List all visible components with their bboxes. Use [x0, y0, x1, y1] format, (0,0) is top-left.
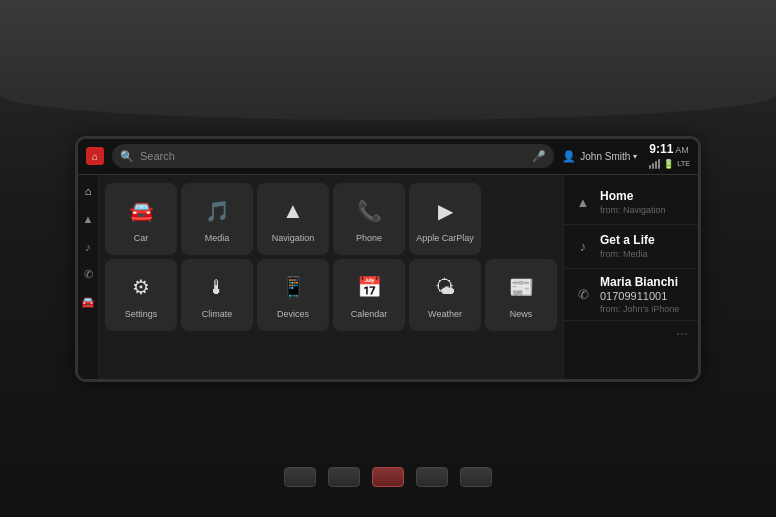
app-settings[interactable]: ⚙ Settings	[105, 259, 177, 331]
car-dashboard: ⌂ 🔍 Search 🎤 👤 John Smith ▾ 9:11 AM	[0, 0, 776, 517]
home-icon: ⌂	[92, 151, 98, 162]
navigation-map-icon: ▲	[275, 193, 311, 229]
panel-phone-content: Maria Bianchi 01709911001 from: John's i…	[600, 275, 688, 314]
climate-icon: 🌡	[199, 269, 235, 305]
app-settings-label: Settings	[125, 309, 158, 320]
panel-music-icon: ♪	[574, 237, 592, 255]
calendar-icon: 📅	[351, 269, 387, 305]
search-icon: 🔍	[120, 150, 134, 163]
sidebar-home-icon[interactable]: ⌂	[78, 181, 98, 201]
app-carplay-label: Apple CarPlay	[416, 233, 474, 244]
am-pm-display: AM	[675, 145, 689, 156]
app-media-label: Media	[205, 233, 230, 244]
app-navigation[interactable]: ▲ Navigation	[257, 183, 329, 255]
panel-get-a-life-title: Get a Life	[600, 233, 688, 247]
battery-icon: 🔋	[663, 159, 674, 170]
left-sidebar: ⌂ ▲ ♪ ✆ 🚘	[78, 175, 99, 379]
physical-controls	[284, 467, 492, 487]
app-row-2: ⚙ Settings 🌡 Climate 📱 Devices 📅	[105, 259, 557, 331]
app-news[interactable]: 📰 News	[485, 259, 557, 331]
app-calendar-label: Calendar	[351, 309, 388, 320]
app-devices[interactable]: 📱 Devices	[257, 259, 329, 331]
panel-more-button[interactable]: ···	[564, 321, 698, 345]
sidebar-navigation-icon[interactable]: ▲	[78, 209, 98, 229]
time-display: 9:11	[649, 142, 673, 156]
app-devices-label: Devices	[277, 309, 309, 320]
hazard-button[interactable]	[372, 467, 404, 487]
clock-block: 9:11 AM 🔋 LTE	[649, 142, 690, 169]
media-icon: 🎵	[199, 193, 235, 229]
search-placeholder: Search	[140, 150, 532, 162]
signal-bar-1	[649, 165, 651, 169]
sidebar-car-icon[interactable]: 🚘	[78, 293, 98, 313]
control-button-4[interactable]	[460, 467, 492, 487]
more-dots-icon: ···	[676, 325, 688, 341]
panel-item-maria-bianchi[interactable]: ✆ Maria Bianchi 01709911001 from: John's…	[564, 269, 698, 321]
sidebar-music-icon[interactable]: ♪	[78, 237, 98, 257]
user-info[interactable]: 👤 John Smith ▾	[562, 150, 637, 163]
panel-item-home[interactable]: ▲ Home from: Navigation	[564, 181, 698, 225]
news-icon: 📰	[503, 269, 539, 305]
panel-caller-name: Maria Bianchi	[600, 275, 688, 289]
panel-caller-number: 01709911001	[600, 290, 688, 302]
home-button[interactable]: ⌂	[86, 147, 104, 165]
chevron-down-icon: ▾	[633, 152, 637, 161]
app-weather-label: Weather	[428, 309, 462, 320]
panel-caller-subtitle: from: John's iPhone	[600, 304, 688, 314]
app-phone[interactable]: 📞 Phone	[333, 183, 405, 255]
app-calendar[interactable]: 📅 Calendar	[333, 259, 405, 331]
panel-home-content: Home from: Navigation	[600, 189, 688, 215]
app-row-1: 🚘 Car 🎵 Media ▲ Navigation 📞	[105, 183, 557, 255]
signal-row: 🔋 LTE	[649, 159, 690, 170]
main-content: ⌂ ▲ ♪ ✆ 🚘 🚘 Car 🎵	[78, 175, 698, 379]
sidebar-phone-icon[interactable]: ✆	[78, 265, 98, 285]
screen-content: ⌂ 🔍 Search 🎤 👤 John Smith ▾ 9:11 AM	[78, 139, 698, 379]
control-button-3[interactable]	[416, 467, 448, 487]
app-climate[interactable]: 🌡 Climate	[181, 259, 253, 331]
app-media[interactable]: 🎵 Media	[181, 183, 253, 255]
signal-bar-3	[655, 161, 657, 169]
panel-home-subtitle: from: Navigation	[600, 205, 688, 215]
app-weather[interactable]: 🌤 Weather	[409, 259, 481, 331]
signal-bars	[649, 159, 660, 169]
user-icon: 👤	[562, 150, 576, 163]
signal-bar-2	[652, 163, 654, 169]
car-icon: 🚘	[123, 193, 159, 229]
top-bar: ⌂ 🔍 Search 🎤 👤 John Smith ▾ 9:11 AM	[78, 139, 698, 175]
search-bar[interactable]: 🔍 Search 🎤	[112, 144, 554, 168]
panel-navigation-icon: ▲	[574, 193, 592, 211]
app-car-label: Car	[134, 233, 149, 244]
signal-bar-4	[658, 159, 660, 169]
carplay-icon: ▶	[427, 193, 463, 229]
mic-icon: 🎤	[532, 150, 546, 163]
panel-media-content: Get a Life from: Media	[600, 233, 688, 259]
phone-handset-icon: 📞	[351, 193, 387, 229]
app-climate-label: Climate	[202, 309, 233, 320]
panel-phone-icon: ✆	[574, 285, 592, 303]
devices-icon: 📱	[275, 269, 311, 305]
right-panel: ▲ Home from: Navigation ♪ Get a Life fro…	[563, 175, 698, 379]
panel-home-title: Home	[600, 189, 688, 203]
app-car[interactable]: 🚘 Car	[105, 183, 177, 255]
settings-gear-icon: ⚙	[123, 269, 159, 305]
user-name: John Smith	[580, 151, 630, 162]
app-phone-label: Phone	[356, 233, 382, 244]
control-button-1[interactable]	[284, 467, 316, 487]
app-carplay[interactable]: ▶ Apple CarPlay	[409, 183, 481, 255]
control-button-2[interactable]	[328, 467, 360, 487]
infotainment-screen: ⌂ 🔍 Search 🎤 👤 John Smith ▾ 9:11 AM	[78, 139, 698, 379]
weather-icon: 🌤	[427, 269, 463, 305]
app-news-label: News	[510, 309, 533, 320]
app-grid: 🚘 Car 🎵 Media ▲ Navigation 📞	[99, 175, 563, 379]
lte-badge: LTE	[677, 160, 690, 168]
panel-item-get-a-life[interactable]: ♪ Get a Life from: Media	[564, 225, 698, 269]
app-navigation-label: Navigation	[272, 233, 315, 244]
panel-get-a-life-subtitle: from: Media	[600, 249, 688, 259]
